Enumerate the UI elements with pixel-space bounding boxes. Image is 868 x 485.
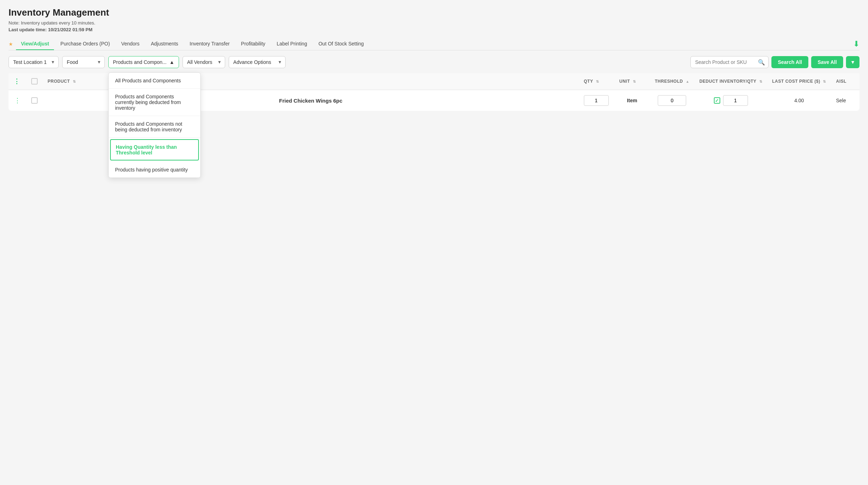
deduct-checkbox-area (699, 95, 762, 106)
threshold-input[interactable] (658, 95, 686, 106)
search-input[interactable] (690, 56, 769, 68)
column-options-icon[interactable]: ⋮ (13, 78, 20, 85)
row-deduct-cell (694, 90, 767, 111)
row-cost-cell: 4.00 (767, 90, 831, 111)
tab-label-printing[interactable]: Label Printing (272, 38, 312, 50)
tab-adjustments[interactable]: Adjustments (146, 38, 183, 50)
search-area: 🔍 Search All Save All ▼ (690, 56, 859, 68)
category-select[interactable]: Food (62, 56, 105, 68)
filter-option-below-threshold[interactable]: Having Quantity less than Threshold leve… (110, 139, 199, 160)
products-filter-container: Products and Compon... ▲ All Products an… (108, 56, 179, 68)
tab-view-adjust[interactable]: View/Adjust (16, 38, 54, 50)
tab-vendors[interactable]: Vendors (116, 38, 144, 50)
location-select[interactable]: Test Location 1 (9, 56, 59, 68)
sort-cost-icon: ⇅ (823, 80, 826, 83)
col-header-threshold[interactable]: THRESHOLD ▲ (650, 73, 694, 90)
advance-options-wrapper: Advance Options ▼ (229, 56, 286, 68)
download-area: ⬇ (852, 39, 859, 49)
products-filter-chevron-icon: ▲ (169, 59, 174, 65)
row-qty-cell (579, 90, 614, 111)
col-label-unit: UNIT (619, 79, 630, 84)
aisle-value: Sele (836, 98, 846, 103)
download-icon[interactable]: ⬇ (853, 39, 859, 48)
products-filter-dropdown: All Products and Components Products and… (108, 72, 201, 178)
search-all-button[interactable]: Search All (771, 56, 808, 68)
qty-input[interactable] (584, 95, 609, 106)
tab-profitability[interactable]: Profitability (236, 38, 270, 50)
sort-threshold-icon: ▲ (686, 80, 689, 83)
deduct-checkbox[interactable] (714, 97, 720, 104)
cost-value: 4.00 (794, 98, 804, 103)
col-header-cost[interactable]: LAST COST PRICE ($) ⇅ (767, 73, 831, 90)
deduct-qty-input[interactable] (723, 95, 748, 106)
row-unit-cell: Item (614, 90, 650, 111)
col-header-actions: ⋮ (9, 73, 26, 90)
row-check-cell (26, 90, 43, 111)
search-input-wrapper: 🔍 (690, 56, 769, 68)
filter-option-not-deducted[interactable]: Products and Components not being deduct… (109, 116, 200, 138)
col-label-deduct: DEDUCT INVENTORY/QTY (699, 79, 756, 84)
expand-button[interactable]: ▼ (846, 56, 859, 68)
col-header-qty[interactable]: QTY ⇅ (579, 73, 614, 90)
sort-unit-icon: ⇅ (633, 80, 636, 83)
col-header-check (26, 73, 43, 90)
filter-option-all[interactable]: All Products and Components (109, 73, 200, 89)
page-update-time: Last update time: 10/21/2022 01:59 PM (9, 27, 859, 32)
products-filter-label: Products and Compon... (113, 59, 167, 65)
row-threshold-cell (650, 90, 694, 111)
tab-inventory-transfer[interactable]: Inventory Transfer (185, 38, 235, 50)
sort-qty-icon: ⇅ (596, 80, 599, 83)
vendors-select-wrapper: All Vendors ▼ (183, 56, 225, 68)
save-all-button[interactable]: Save All (811, 56, 843, 68)
vendors-select[interactable]: All Vendors (183, 56, 225, 68)
col-header-unit[interactable]: UNIT ⇅ (614, 73, 650, 90)
col-header-aisle: AISL (831, 73, 859, 90)
sort-product-icon: ⇅ (73, 80, 76, 83)
col-label-product: PRODUCT (48, 79, 70, 84)
toolbar: Test Location 1 ▼ Food ▼ Products and Co… (9, 56, 859, 68)
col-label-threshold: THRESHOLD (655, 79, 683, 84)
select-all-checkbox[interactable] (31, 78, 38, 85)
star-icon: ★ (9, 41, 13, 47)
row-actions-cell: ⋮ (9, 90, 26, 111)
filter-option-deducted[interactable]: Products and Components currently being … (109, 89, 200, 116)
col-label-qty: QTY (584, 79, 593, 84)
row-checkbox[interactable] (31, 97, 38, 104)
col-label-cost: LAST COST PRICE ($) (772, 79, 820, 84)
location-select-wrapper: Test Location 1 ▼ (9, 56, 59, 68)
tab-purchase-orders[interactable]: Purchase Orders (PO) (55, 38, 115, 50)
col-header-deduct[interactable]: DEDUCT INVENTORY/QTY ⇅ (694, 73, 767, 90)
col-label-aisle: AISL (836, 79, 846, 84)
tab-out-of-stock[interactable]: Out Of Stock Setting (314, 38, 369, 50)
unit-label: Item (627, 98, 637, 103)
advance-options-select[interactable]: Advance Options (229, 56, 286, 68)
row-aisle-cell: Sele (831, 90, 859, 111)
row-options-icon[interactable]: ⋮ (14, 97, 21, 104)
nav-tabs: ★ View/Adjust Purchase Orders (PO) Vendo… (9, 38, 859, 50)
products-filter-button[interactable]: Products and Compon... ▲ (108, 56, 179, 68)
filter-option-positive-qty[interactable]: Products having positive quantity (109, 162, 200, 178)
page-note: Note: Inventory updates every 10 minutes… (9, 20, 859, 26)
search-icon: 🔍 (758, 59, 765, 66)
page-title: Inventory Management (9, 7, 859, 18)
sort-deduct-icon: ⇅ (759, 80, 763, 83)
category-select-wrapper: Food ▼ (62, 56, 105, 68)
